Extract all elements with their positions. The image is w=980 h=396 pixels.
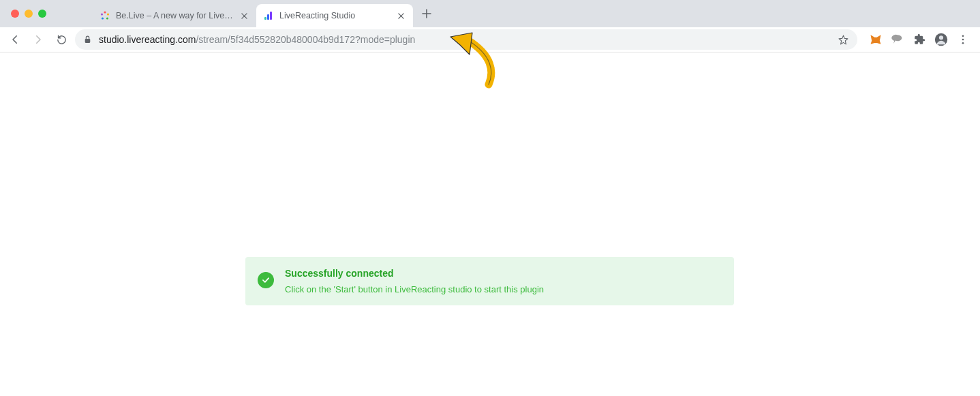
profile-avatar-icon[interactable] [934,32,949,47]
svg-point-3 [102,17,104,19]
alert-subtitle: Click on the 'Start' button in LiveReact… [285,284,544,294]
checkmark-circle-icon [258,272,274,288]
url-host: studio.livereacting.com [99,34,196,45]
window-controls [5,10,52,18]
reload-button[interactable] [52,30,71,49]
tab-title: Be.Live – A new way for Live St [116,11,233,20]
success-alert: Successfully connected Click on the 'Sta… [245,257,734,305]
browser-toolbar: studio.livereacting.com/stream/5f34d5528… [0,27,980,52]
browser-tab-1[interactable]: LiveReacting Studio [256,4,413,27]
alert-title: Successfully connected [285,268,544,279]
alert-message: Successfully connected Click on the 'Sta… [285,268,544,294]
svg-point-13 [962,42,964,44]
svg-rect-6 [267,14,269,20]
svg-rect-5 [264,17,266,20]
tab-title: LiveReacting Studio [279,11,390,20]
bookmark-star-icon[interactable] [838,34,849,46]
extensions-puzzle-icon[interactable] [912,32,927,47]
page-viewport: Successfully connected Click on the 'Sta… [0,52,980,396]
window-close-button[interactable] [11,10,19,18]
svg-point-12 [962,39,964,41]
padlock-icon [83,35,92,44]
livereacting-favicon-icon [263,10,274,21]
svg-rect-7 [270,12,272,20]
new-tab-button[interactable] [417,4,436,23]
belive-favicon-icon [99,10,110,21]
metamask-extension-icon[interactable] [868,32,883,47]
address-bar[interactable]: studio.livereacting.com/stream/5f34d5528… [75,29,857,50]
tab-close-button[interactable] [395,10,406,21]
svg-point-2 [106,17,108,19]
svg-point-11 [962,35,964,37]
url-path: /stream/5f34d552820b480004b9d172?mode=pl… [196,34,415,45]
svg-rect-8 [85,39,91,43]
svg-point-1 [107,13,109,15]
window-zoom-button[interactable] [38,10,46,18]
kebab-menu-icon[interactable] [955,32,970,47]
forward-button[interactable] [29,30,48,49]
browser-tabstrip: Be.Live – A new way for Live St LiveReac… [0,0,980,27]
browser-tab-0[interactable]: Be.Live – A new way for Live St [93,4,256,27]
toolbar-right-icons [861,32,975,47]
svg-point-0 [104,11,106,13]
svg-point-10 [939,35,943,40]
svg-point-4 [101,13,103,15]
tab-close-button[interactable] [239,10,249,21]
chat-extension-icon[interactable] [890,32,905,47]
url-text: studio.livereacting.com/stream/5f34d5528… [99,34,831,45]
window-minimize-button[interactable] [25,10,33,18]
back-button[interactable] [5,30,25,49]
